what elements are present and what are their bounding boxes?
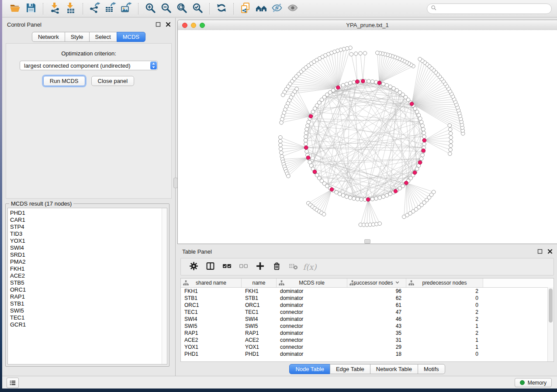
table-row[interactable]: TEC1TEC1connector472 [181,309,554,316]
table-cell: 0 [406,295,483,301]
mcds-result-item[interactable]: ORC1 [8,286,167,293]
column-header-successor-nodes[interactable]: successor nodes [347,279,406,287]
save-button[interactable] [23,2,39,16]
mcds-result-item[interactable]: YOX1 [8,237,167,244]
tab-edge-table[interactable]: Edge Table [330,364,370,374]
mcds-result-item[interactable]: TEC1 [8,314,167,321]
criterion-select[interactable]: largest connected component (undirected) [20,61,158,70]
column-header-name[interactable]: name [242,279,277,287]
mcds-result-item[interactable]: SRD1 [8,251,167,258]
deselect-all-button[interactable] [235,259,252,275]
mcds-result-item[interactable]: PHD1 [8,210,167,217]
table-scrollbar-thumb[interactable] [549,289,553,323]
zoom-fit-button[interactable] [174,2,190,16]
mcds-result-item[interactable]: CAR1 [8,217,167,224]
show-all-button[interactable] [285,2,301,16]
export-network-button[interactable] [87,2,103,16]
mcds-result-item[interactable]: FKH1 [8,265,167,272]
network-canvas[interactable] [178,30,557,244]
tab-style[interactable]: Style [65,32,90,42]
mcds-result-item[interactable]: STB1 [8,300,167,307]
minimize-window-icon[interactable] [191,23,196,28]
apply-preferred-layout-button[interactable] [214,2,229,16]
mcds-result-item[interactable]: SWI4 [8,244,167,251]
mcds-result-item[interactable]: STB5 [8,279,167,286]
shared-column-icon [349,280,355,285]
import-table-button[interactable] [63,2,79,16]
tab-mcds[interactable]: MCDS [117,32,145,42]
mcds-result-item[interactable]: ACE2 [8,272,167,279]
maximize-window-icon[interactable] [200,23,205,28]
import-network-button[interactable] [47,2,63,16]
column-header-predecessor-nodes[interactable]: predecessor nodes [406,279,483,287]
mcds-result-item[interactable]: RAP1 [8,293,167,300]
table-row[interactable]: SWI4SWI4dominator462 [181,316,554,323]
mcds-result-title: MCDS result (17 nodes) [9,200,73,207]
hide-selected-button[interactable] [269,2,285,16]
control-panel-window-buttons [156,22,171,27]
toggle-columns-button[interactable] [202,259,218,275]
add-button[interactable] [252,259,268,275]
new-network-from-selection-button[interactable] [238,2,253,16]
table-row[interactable]: PHD1PHD1dominator180 [181,351,554,358]
horizontal-splitter-handle[interactable] [364,239,370,244]
select-stepper-icon [150,62,157,69]
column-label: name [252,280,265,286]
table-row[interactable]: SWI5SWI5connector431 [181,323,554,330]
zoom-in-button[interactable] [142,2,158,16]
mcds-result-item[interactable]: PMA2 [8,258,167,265]
table-body: FKH1FKH1dominator962STB1STB1dominator620… [181,288,554,358]
export-image-icon [121,2,132,15]
tab-network-table[interactable]: Network Table [370,364,418,374]
select-all-button[interactable] [218,259,235,275]
column-label: shared name [196,280,226,286]
mcds-list-scrollbar[interactable] [162,208,167,364]
tab-select[interactable]: Select [89,32,117,42]
task-history-button[interactable] [7,378,19,388]
tab-network[interactable]: Network [32,32,65,42]
close-window-icon[interactable] [182,23,187,28]
column-header-mcds-role[interactable]: MCDS role [277,279,347,287]
close-panel-button[interactable]: Close panel [91,76,135,86]
float-panel-icon[interactable] [156,22,161,27]
table-row[interactable]: FKH1FKH1dominator962 [181,288,554,295]
memory-button[interactable]: Memory [515,378,552,387]
import-network-icon [49,2,61,15]
table-row[interactable]: ACE2ACE2connector311 [181,337,554,344]
run-mcds-button[interactable]: Run MCDS [43,76,85,86]
first-neighbors-button[interactable] [253,2,269,16]
export-image-button[interactable] [118,2,134,16]
delete-button[interactable] [268,259,285,275]
tab-motifs[interactable]: Motifs [418,364,445,374]
zoom-selected-button[interactable] [190,2,205,16]
table-cell: PHD1 [242,351,277,357]
table-cell: SWI5 [181,323,242,329]
table-cell: 47 [347,309,406,315]
tab-node-table[interactable]: Node Table [289,364,330,374]
close-panel-icon[interactable] [166,22,171,27]
search-input[interactable] [439,5,548,12]
table-row[interactable]: ORC1ORC1dominator610 [181,302,554,309]
close-panel-icon[interactable] [547,249,553,254]
table-cell: SWI4 [181,316,242,322]
export-table-button[interactable] [103,2,118,16]
export-network-icon [89,2,100,15]
float-panel-icon[interactable] [537,249,543,254]
column-header-shared-name[interactable]: shared name [181,279,242,287]
table-row[interactable]: STB1STB1dominator620 [181,295,554,302]
open-button[interactable] [7,2,23,16]
zoom-out-button[interactable] [158,2,174,16]
mcds-result-item[interactable]: TID3 [8,230,167,237]
mcds-result-list[interactable]: PHD1CAR1STP4TID3YOX1SWI4SRD1PMA2FKH1ACE2… [7,208,167,364]
shared-column-icon [408,280,414,285]
mcds-result-item[interactable]: SWI5 [8,307,167,314]
search-box[interactable] [427,3,552,14]
table-row[interactable]: YOX1YOX1connector291 [181,344,554,351]
mcds-result-item[interactable]: STP4 [8,224,167,230]
add-icon [256,261,265,272]
mcds-result-item[interactable]: GCR1 [8,321,167,328]
table-scrollbar[interactable] [547,287,554,361]
node-table: shared namenameMCDS rolesuccessor nodesp… [180,278,554,362]
settings-button[interactable] [185,259,202,275]
table-row[interactable]: RAP1RAP1dominator352 [181,330,554,337]
